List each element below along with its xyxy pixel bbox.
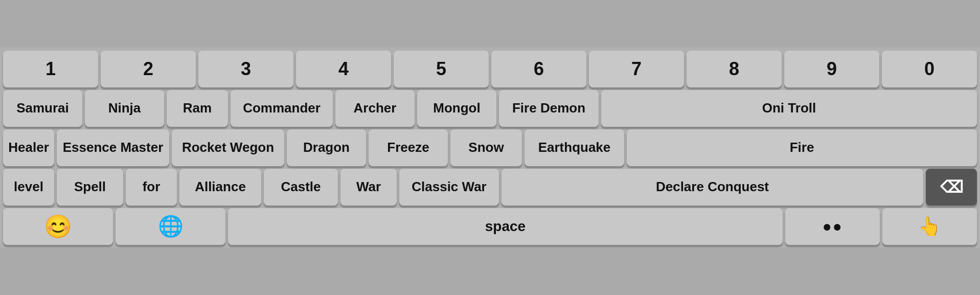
- word-row-3: Healer Essence Master Rocket Wegon Drago…: [3, 129, 977, 166]
- dots-button[interactable]: ●●: [785, 208, 880, 245]
- globe-icon: 🌐: [158, 214, 184, 238]
- key-9[interactable]: 9: [784, 51, 879, 87]
- key-dragon[interactable]: Dragon: [287, 129, 366, 166]
- backspace-button[interactable]: ⌫: [926, 169, 977, 206]
- key-essence-master[interactable]: Essence Master: [57, 129, 169, 166]
- emoji-button[interactable]: 😊: [3, 208, 113, 245]
- key-5[interactable]: 5: [394, 51, 489, 87]
- enter-button[interactable]: 👆: [882, 208, 977, 245]
- key-rocket-wegon[interactable]: Rocket Wegon: [172, 129, 284, 166]
- key-1[interactable]: 1: [3, 51, 98, 87]
- emoji-icon: 😊: [44, 213, 72, 240]
- word-row-4: level Spell for Alliance Castle War Clas…: [3, 169, 977, 206]
- key-castle[interactable]: Castle: [264, 169, 338, 206]
- key-ram[interactable]: Ram: [167, 90, 228, 127]
- backspace-icon: ⌫: [940, 177, 963, 197]
- bottom-row: 😊 🌐 space ●● 👆: [3, 208, 977, 245]
- key-8[interactable]: 8: [687, 51, 782, 87]
- key-4[interactable]: 4: [296, 51, 391, 87]
- key-healer[interactable]: Healer: [3, 129, 54, 166]
- key-fire-demon[interactable]: Fire Demon: [499, 90, 599, 127]
- key-commander[interactable]: Commander: [231, 90, 333, 127]
- key-3[interactable]: 3: [198, 51, 293, 87]
- key-freeze[interactable]: Freeze: [369, 129, 448, 166]
- key-0[interactable]: 0: [882, 51, 977, 87]
- key-spell[interactable]: Spell: [57, 169, 123, 206]
- globe-button[interactable]: 🌐: [116, 208, 225, 245]
- key-6[interactable]: 6: [491, 51, 586, 87]
- key-oni-troll[interactable]: Oni Troll: [601, 90, 977, 127]
- keyboard: 1 2 3 4 5 6 7 8 9 0 Samurai Ninja Ram Co…: [0, 48, 980, 248]
- key-snow[interactable]: Snow: [450, 129, 522, 166]
- space-button[interactable]: space: [228, 208, 783, 245]
- key-declare-conquest[interactable]: Declare Conquest: [502, 169, 923, 206]
- number-row: 1 2 3 4 5 6 7 8 9 0: [3, 51, 977, 87]
- key-ninja[interactable]: Ninja: [85, 90, 164, 127]
- key-2[interactable]: 2: [101, 51, 196, 87]
- key-war[interactable]: War: [340, 169, 397, 206]
- key-earthquake[interactable]: Earthquake: [525, 129, 624, 166]
- key-alliance[interactable]: Alliance: [179, 169, 261, 206]
- key-samurai[interactable]: Samurai: [3, 90, 82, 127]
- key-7[interactable]: 7: [589, 51, 684, 87]
- word-row-2: Samurai Ninja Ram Commander Archer Mongo…: [3, 90, 977, 127]
- key-level[interactable]: level: [3, 169, 54, 206]
- key-for[interactable]: for: [126, 169, 177, 206]
- key-fire[interactable]: Fire: [627, 129, 977, 166]
- key-archer[interactable]: Archer: [335, 90, 415, 127]
- enter-icon: 👆: [918, 216, 941, 237]
- dots-icon: ●●: [822, 218, 842, 235]
- key-mongol[interactable]: Mongol: [417, 90, 496, 127]
- key-classic-war[interactable]: Classic War: [399, 169, 499, 206]
